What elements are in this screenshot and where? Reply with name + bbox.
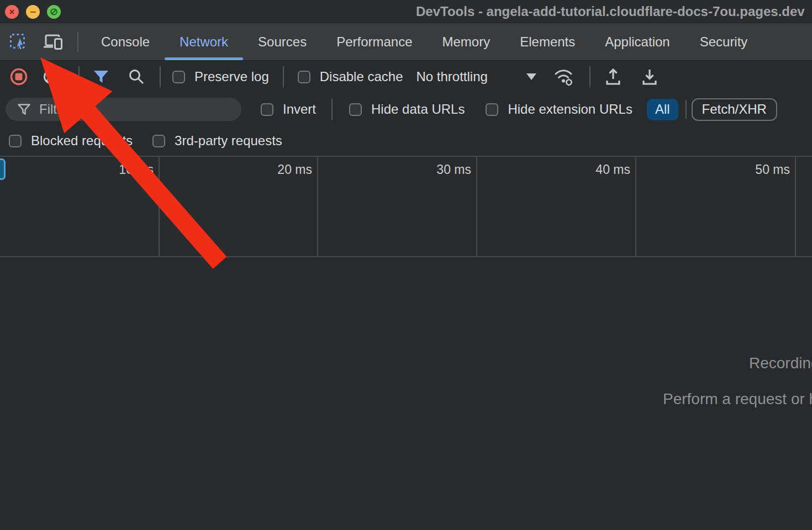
checkbox-label: Hide extension URLs — [508, 102, 632, 117]
empty-state-title: Recording network activity… — [749, 354, 812, 372]
toolbar-separator — [78, 66, 80, 87]
hide-data-urls-checkbox[interactable]: Hide data URLs — [349, 102, 465, 117]
checkbox-box[interactable] — [298, 71, 310, 83]
timeline-gridline — [795, 157, 796, 256]
third-party-requests-checkbox[interactable]: 3rd-party requests — [152, 133, 282, 149]
checkbox-box[interactable] — [261, 103, 273, 116]
tab-label: Network — [180, 34, 228, 50]
import-har-button[interactable] — [604, 67, 622, 86]
tab-label: Application — [605, 34, 669, 50]
search-network-button[interactable] — [128, 68, 145, 85]
preserve-log-checkbox[interactable]: Preserve log — [172, 69, 269, 84]
network-filter-bar-2: Blocked requests 3rd-party requests — [0, 126, 812, 157]
timeline-tick-label: 20 ms — [277, 162, 312, 177]
filter-toggle-button[interactable] — [93, 70, 109, 83]
hide-extension-urls-checkbox[interactable]: Hide extension URLs — [486, 102, 632, 117]
toggle-device-toolbar-button[interactable] — [43, 33, 64, 51]
request-type-filter-all[interactable]: All — [647, 99, 678, 120]
toolbar-separator — [160, 66, 161, 87]
upload-icon — [604, 67, 622, 86]
tab-security[interactable]: Security — [685, 23, 763, 60]
request-type-filter-fetch-xhr[interactable]: Fetch/XHR — [692, 98, 777, 121]
search-icon — [128, 68, 145, 85]
wifi-gear-icon — [553, 67, 575, 87]
timeline-gridline — [159, 157, 160, 256]
traffic-lights: × − ⊘ — [5, 0, 61, 23]
toolbar-separator — [77, 31, 78, 52]
window-title: DevTools - angela-add-tutorial.cloudflar… — [416, 4, 805, 19]
tab-performance[interactable]: Performance — [321, 23, 427, 60]
download-icon — [641, 67, 658, 86]
network-filter-bar: Invert Hide data URLs Hide extension URL… — [0, 93, 812, 126]
toolbar-separator — [331, 99, 333, 120]
device-toolbar-icon — [43, 33, 64, 51]
checkbox-box[interactable] — [9, 135, 22, 147]
tab-label: Memory — [442, 34, 491, 50]
tab-application[interactable]: Application — [590, 23, 684, 60]
timeline-tick-label: 30 ms — [436, 162, 471, 177]
inspect-element-button[interactable] — [9, 33, 28, 51]
network-overview-timeline: 10 ms 20 ms 30 ms 40 ms 50 ms — [0, 157, 812, 257]
timeline-gridline — [317, 157, 318, 256]
stop-recording-icon — [10, 68, 28, 86]
invert-checkbox[interactable]: Invert — [261, 102, 316, 117]
checkbox-label: Blocked requests — [31, 133, 133, 149]
timeline-left-handle[interactable] — [0, 158, 6, 180]
funnel-outline-icon — [18, 104, 30, 115]
devtools-tabbar: Console Network Sources Performance Memo… — [0, 23, 812, 61]
funnel-icon — [93, 70, 109, 83]
checkbox-box[interactable] — [486, 103, 498, 116]
tab-network[interactable]: Network — [165, 23, 243, 60]
filter-input[interactable] — [39, 102, 227, 117]
tab-label: Security — [700, 34, 748, 50]
timeline-tick-label: 10 ms — [119, 162, 154, 177]
checkbox-label: Preserve log — [194, 69, 269, 84]
tab-label: Sources — [258, 34, 307, 50]
tab-label: Console — [101, 34, 150, 50]
filter-input-container[interactable] — [6, 98, 241, 121]
toolbar-separator — [686, 100, 687, 119]
panel-tabs: Console Network Sources Performance Memo… — [86, 23, 762, 60]
timeline-gridline — [635, 157, 636, 256]
checkbox-box[interactable] — [349, 103, 362, 116]
disable-cache-checkbox[interactable]: Disable cache — [298, 69, 403, 84]
tab-console[interactable]: Console — [86, 23, 165, 60]
throttling-dropdown-value[interactable]: No throttling — [416, 69, 487, 84]
record-network-log-button[interactable] — [10, 68, 28, 86]
network-toolbar: Preserve log Disable cache No throttling — [0, 61, 812, 93]
clear-network-log-button[interactable] — [43, 69, 59, 84]
tab-memory[interactable]: Memory — [428, 23, 505, 60]
tab-sources[interactable]: Sources — [243, 23, 321, 60]
minimize-window-button[interactable]: − — [26, 5, 40, 19]
timeline-gridline — [476, 157, 477, 256]
blocked-requests-checkbox[interactable]: Blocked requests — [9, 133, 133, 149]
clear-icon — [43, 69, 59, 84]
tab-label: Performance — [336, 34, 412, 50]
checkbox-label: Invert — [283, 102, 316, 117]
window-titlebar: × − ⊘ DevTools - angela-add-tutorial.clo… — [0, 0, 812, 23]
checkbox-box[interactable] — [172, 71, 185, 83]
checkbox-label: 3rd-party requests — [175, 133, 282, 149]
tab-elements[interactable]: Elements — [505, 23, 590, 60]
checkbox-box[interactable] — [152, 135, 165, 147]
checkbox-label: Disable cache — [320, 69, 403, 84]
timeline-tick-label: 40 ms — [595, 162, 630, 177]
toolbar-separator — [283, 66, 284, 87]
chevron-down-icon[interactable] — [526, 73, 536, 80]
export-har-button[interactable] — [641, 67, 658, 86]
checkbox-label: Hide data URLs — [371, 102, 465, 117]
network-conditions-button[interactable] — [553, 67, 575, 87]
tab-label: Elements — [520, 34, 575, 50]
toolbar-separator — [589, 66, 590, 87]
timeline-tick-label: 50 ms — [755, 162, 790, 177]
zoom-window-button[interactable]: ⊘ — [47, 5, 61, 19]
empty-state-hint: Perform a request or hit ⌘ R to record t… — [663, 390, 812, 408]
close-window-button[interactable]: × — [5, 5, 19, 19]
inspect-cursor-icon — [9, 33, 28, 51]
